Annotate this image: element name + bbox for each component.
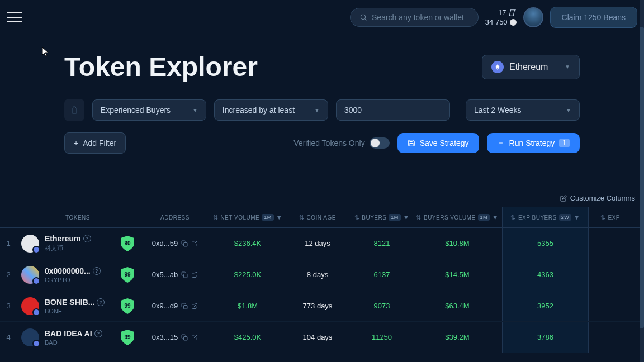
avatar[interactable] [523, 7, 543, 27]
delete-filter-button[interactable] [64, 99, 84, 121]
buyers-cell: 8121 [351, 239, 413, 247]
search-box[interactable] [350, 8, 479, 27]
token-name: BAD IDEA AI ? [45, 329, 102, 338]
shield-badge: 99 [121, 267, 134, 283]
row-index: 3 [0, 302, 17, 310]
scrollbar-track[interactable] [640, 0, 644, 362]
filter-metric-label: Experienced Buyers [101, 106, 171, 115]
filter-timeframe-select[interactable]: Last 2 Weeks ▼ [466, 99, 580, 121]
header-address[interactable]: ADDRESS [139, 215, 211, 221]
menu-icon[interactable] [7, 11, 22, 24]
chevron-down-icon: ▼ [566, 107, 571, 113]
sort-icon: ⇅ [600, 214, 606, 221]
row-index: 1 [0, 239, 17, 247]
chevron-down-icon: ▼ [565, 64, 570, 70]
header-exp-buyers[interactable]: ⇅EXP BUYERS2W▼ [502, 207, 589, 227]
svg-text:90: 90 [124, 240, 131, 246]
header-coin-age[interactable]: ⇅COIN AGE [284, 214, 351, 221]
info-icon[interactable]: ? [97, 298, 105, 306]
network-select[interactable]: Ethereum ▼ [482, 55, 580, 79]
header-buyers-volume[interactable]: ⇅BUYERS VOLUME1M▼ [413, 214, 502, 221]
table-row[interactable]: 1 Ethereum ? 科太币 90 0xd...59 $236.4K 12 … [0, 228, 644, 259]
add-filter-button[interactable]: + Add Filter [64, 132, 126, 154]
filter-timeframe-label: Last 2 Weeks [474, 106, 522, 115]
token-icon [21, 328, 39, 346]
header-net-volume[interactable]: ⇅NET VOLUME1M▼ [211, 214, 284, 221]
table-row[interactable]: 4 BAD IDEA AI ? BAD 99 0x3...15 $425.0K … [0, 322, 644, 353]
info-icon[interactable]: ? [94, 330, 102, 337]
filter-condition-label: Increased by at least [222, 106, 295, 115]
header-buyers[interactable]: ⇅BUYERS1M▼ [351, 214, 413, 221]
sort-icon: ⇅ [354, 214, 360, 221]
filter-value-input[interactable]: 3000 [336, 99, 450, 121]
shield-badge: 90 [121, 236, 134, 251]
buyers-volume-cell: $14.5M [413, 270, 502, 279]
customize-columns-button[interactable]: Customize Columns [560, 194, 635, 202]
copy-icon[interactable] [181, 334, 188, 341]
header-tokens[interactable]: TOKENS [17, 215, 139, 221]
bean-icon [510, 19, 517, 26]
scrollbar-thumb[interactable] [640, 27, 644, 328]
shield-badge: 99 [121, 298, 134, 314]
svg-text:99: 99 [124, 334, 131, 340]
search-input[interactable] [372, 13, 469, 22]
table-row[interactable]: 2 0x0000000... ? CRYPTO 99 0x5...ab $225… [0, 259, 644, 290]
table-row[interactable]: 3 BONE SHIB... ? BONE 99 0x9...d9 $1.8M … [0, 290, 644, 322]
copy-icon[interactable] [181, 240, 188, 247]
token-icon [21, 297, 39, 315]
address-text: 0x9...d9 [152, 302, 178, 310]
buyers-volume-cell: $10.8M [413, 239, 502, 247]
external-link-icon[interactable] [191, 303, 198, 309]
coin-age-cell: 12 days [284, 239, 351, 247]
header-exp[interactable]: ⇅EXP [589, 214, 622, 221]
exp-buyers-cell: 5355 [502, 228, 589, 259]
toggle-knob [371, 139, 380, 147]
chain-badge-icon [32, 308, 40, 316]
info-icon[interactable]: ? [83, 235, 91, 242]
svg-rect-2 [184, 242, 188, 246]
row-index: 4 [0, 333, 17, 341]
stat-shards: 17 [498, 8, 506, 17]
edit-icon [560, 195, 567, 202]
run-strategy-button[interactable]: Run Strategy 1 [487, 133, 580, 153]
filter-value-label: 3000 [344, 106, 362, 115]
run-strategy-label: Run Strategy [509, 139, 555, 147]
copy-icon[interactable] [181, 303, 188, 309]
filter-metric-select[interactable]: Experienced Buyers ▼ [92, 99, 206, 121]
exp-buyers-cell: 3786 [502, 322, 589, 353]
buyers-volume-cell: $63.4M [413, 302, 502, 310]
info-icon[interactable]: ? [93, 267, 101, 275]
add-filter-label: Add Filter [83, 139, 116, 147]
external-link-icon[interactable] [191, 240, 198, 247]
save-icon [408, 139, 415, 147]
external-link-icon[interactable] [191, 272, 198, 278]
svg-rect-8 [184, 336, 188, 340]
address-text: 0x3...15 [152, 333, 178, 341]
svg-rect-6 [184, 305, 188, 309]
token-symbol: BONE [45, 308, 105, 315]
net-volume-cell: $425.0K [211, 333, 284, 341]
copy-icon[interactable] [181, 272, 188, 278]
verified-tokens-toggle[interactable] [370, 137, 390, 149]
shard-icon [509, 9, 517, 17]
chain-badge-icon [32, 340, 40, 347]
net-volume-cell: $1.8M [211, 302, 284, 310]
external-link-icon[interactable] [191, 334, 198, 341]
claim-beans-button[interactable]: Claim 1250 Beans [550, 7, 637, 28]
token-icon [21, 266, 39, 284]
svg-text:99: 99 [124, 303, 131, 309]
header: 17 34 750 Claim 1250 Beans [0, 0, 644, 35]
net-volume-cell: $236.4K [211, 239, 284, 247]
chevron-down-icon: ▼ [492, 214, 498, 221]
token-symbol: CRYPTO [45, 277, 101, 283]
trash-icon [70, 106, 78, 114]
sort-icon: ⇅ [213, 214, 219, 221]
svg-rect-4 [184, 274, 188, 278]
filter-condition-select[interactable]: Increased by at least ▼ [214, 99, 328, 121]
token-name: BONE SHIB... ? [45, 298, 105, 307]
coin-age-cell: 8 days [284, 270, 351, 279]
exp-buyers-cell: 3952 [502, 290, 589, 321]
sort-icon: ⇅ [510, 214, 516, 221]
save-strategy-button[interactable]: Save Strategy [397, 133, 479, 153]
customize-columns-label: Customize Columns [570, 194, 635, 202]
